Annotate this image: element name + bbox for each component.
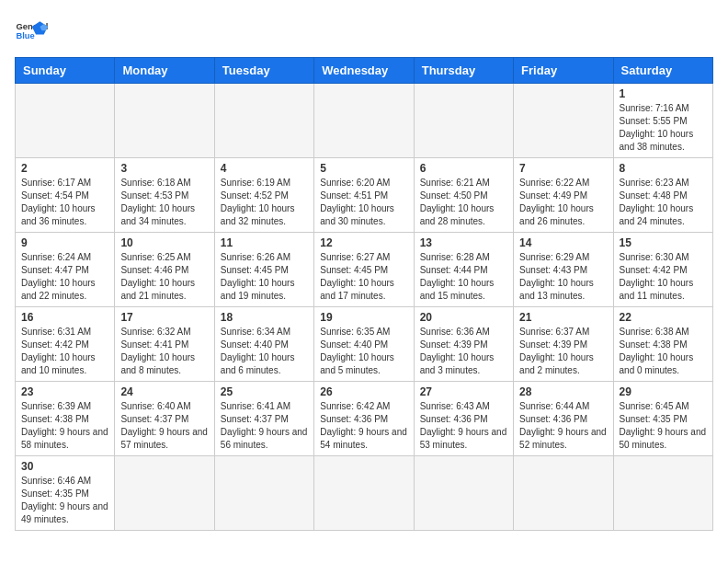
weekday-header-wednesday: Wednesday	[314, 58, 414, 84]
day-number: 5	[320, 162, 407, 175]
calendar-cell: 13Sunrise: 6:28 AMSunset: 4:44 PMDayligh…	[414, 233, 513, 307]
calendar-cell: 1Sunrise: 7:16 AMSunset: 5:55 PMDaylight…	[613, 84, 712, 158]
weekday-header-monday: Monday	[115, 58, 214, 84]
day-info: Sunrise: 6:23 AMSunset: 4:48 PMDaylight:…	[620, 177, 707, 228]
day-info: Sunrise: 6:35 AMSunset: 4:40 PMDaylight:…	[320, 326, 407, 377]
calendar-cell: 29Sunrise: 6:45 AMSunset: 4:35 PMDayligh…	[613, 382, 712, 456]
day-info: Sunrise: 6:40 AMSunset: 4:37 PMDaylight:…	[120, 400, 208, 452]
day-info: Sunrise: 6:36 AMSunset: 4:39 PMDaylight:…	[420, 326, 507, 377]
calendar-cell: 24Sunrise: 6:40 AMSunset: 4:37 PMDayligh…	[115, 382, 214, 456]
day-number: 15	[620, 236, 707, 249]
weekday-header-sunday: Sunday	[16, 58, 115, 84]
calendar-week-3: 16Sunrise: 6:31 AMSunset: 4:42 PMDayligh…	[16, 307, 713, 382]
day-info: Sunrise: 6:37 AMSunset: 4:39 PMDaylight:…	[519, 326, 607, 377]
day-number: 6	[420, 162, 507, 175]
day-number: 30	[21, 460, 108, 473]
day-info: Sunrise: 6:27 AMSunset: 4:45 PMDaylight:…	[320, 251, 407, 303]
day-info: Sunrise: 6:41 AMSunset: 4:37 PMDaylight:…	[221, 400, 308, 452]
calendar-cell: 18Sunrise: 6:34 AMSunset: 4:40 PMDayligh…	[214, 307, 313, 382]
day-info: Sunrise: 6:34 AMSunset: 4:40 PMDaylight:…	[221, 326, 308, 377]
day-info: Sunrise: 6:43 AMSunset: 4:36 PMDaylight:…	[420, 400, 507, 452]
day-number: 3	[120, 162, 208, 175]
day-info: Sunrise: 6:38 AMSunset: 4:38 PMDaylight:…	[620, 326, 707, 377]
day-info: Sunrise: 6:45 AMSunset: 4:35 PMDaylight:…	[620, 400, 707, 452]
calendar-cell	[314, 84, 414, 158]
calendar-week-4: 23Sunrise: 6:39 AMSunset: 4:38 PMDayligh…	[16, 382, 713, 456]
day-info: Sunrise: 6:21 AMSunset: 4:50 PMDaylight:…	[420, 177, 507, 228]
day-info: Sunrise: 6:28 AMSunset: 4:44 PMDaylight:…	[420, 251, 507, 303]
calendar-cell	[414, 456, 513, 531]
weekday-header-tuesday: Tuesday	[214, 58, 313, 84]
day-info: Sunrise: 6:22 AMSunset: 4:49 PMDaylight:…	[519, 177, 607, 228]
calendar-cell	[115, 456, 214, 531]
day-info: Sunrise: 6:18 AMSunset: 4:53 PMDaylight:…	[120, 177, 208, 228]
day-number: 16	[21, 311, 108, 324]
calendar-week-1: 2Sunrise: 6:17 AMSunset: 4:54 PMDaylight…	[16, 158, 713, 233]
day-number: 25	[221, 385, 308, 398]
day-info: Sunrise: 6:19 AMSunset: 4:52 PMDaylight:…	[221, 177, 308, 228]
calendar-cell	[514, 84, 613, 158]
day-number: 19	[320, 311, 407, 324]
calendar-cell: 4Sunrise: 6:19 AMSunset: 4:52 PMDaylight…	[214, 158, 313, 233]
calendar-cell: 17Sunrise: 6:32 AMSunset: 4:41 PMDayligh…	[115, 307, 214, 382]
day-info: Sunrise: 6:39 AMSunset: 4:38 PMDaylight:…	[21, 400, 108, 452]
calendar-cell	[414, 84, 513, 158]
calendar-cell: 20Sunrise: 6:36 AMSunset: 4:39 PMDayligh…	[414, 307, 513, 382]
calendar-cell: 27Sunrise: 6:43 AMSunset: 4:36 PMDayligh…	[414, 382, 513, 456]
weekday-header-row: SundayMondayTuesdayWednesdayThursdayFrid…	[16, 58, 713, 84]
day-info: Sunrise: 6:29 AMSunset: 4:43 PMDaylight:…	[519, 251, 607, 303]
calendar-cell: 26Sunrise: 6:42 AMSunset: 4:36 PMDayligh…	[314, 382, 414, 456]
weekday-header-friday: Friday	[514, 58, 613, 84]
calendar-cell	[214, 456, 313, 531]
day-info: Sunrise: 6:24 AMSunset: 4:47 PMDaylight:…	[21, 251, 108, 303]
calendar-cell: 25Sunrise: 6:41 AMSunset: 4:37 PMDayligh…	[214, 382, 313, 456]
logo-icon: General Blue	[15, 15, 48, 48]
calendar-cell: 9Sunrise: 6:24 AMSunset: 4:47 PMDaylight…	[16, 233, 115, 307]
day-info: Sunrise: 6:46 AMSunset: 4:35 PMDaylight:…	[21, 475, 108, 526]
weekday-header-saturday: Saturday	[613, 58, 712, 84]
calendar-cell	[613, 456, 712, 531]
day-number: 9	[21, 236, 108, 249]
day-number: 21	[519, 311, 607, 324]
day-info: Sunrise: 6:32 AMSunset: 4:41 PMDaylight:…	[120, 326, 208, 377]
day-info: Sunrise: 6:20 AMSunset: 4:51 PMDaylight:…	[320, 177, 407, 228]
day-number: 20	[420, 311, 507, 324]
calendar-cell: 2Sunrise: 6:17 AMSunset: 4:54 PMDaylight…	[16, 158, 115, 233]
day-number: 1	[620, 87, 707, 100]
day-number: 18	[221, 311, 308, 324]
day-number: 8	[620, 162, 707, 175]
calendar-week-0: 1Sunrise: 7:16 AMSunset: 5:55 PMDaylight…	[16, 84, 713, 158]
calendar-cell: 11Sunrise: 6:26 AMSunset: 4:45 PMDayligh…	[214, 233, 313, 307]
calendar-cell: 22Sunrise: 6:38 AMSunset: 4:38 PMDayligh…	[613, 307, 712, 382]
day-number: 12	[320, 236, 407, 249]
day-number: 4	[221, 162, 308, 175]
day-number: 2	[21, 162, 108, 175]
calendar-cell: 3Sunrise: 6:18 AMSunset: 4:53 PMDaylight…	[115, 158, 214, 233]
calendar-cell	[16, 84, 115, 158]
day-number: 17	[120, 311, 208, 324]
day-number: 27	[420, 385, 507, 398]
day-number: 28	[519, 385, 607, 398]
calendar-cell: 10Sunrise: 6:25 AMSunset: 4:46 PMDayligh…	[115, 233, 214, 307]
calendar-table: SundayMondayTuesdayWednesdayThursdayFrid…	[15, 57, 713, 531]
calendar-cell: 8Sunrise: 6:23 AMSunset: 4:48 PMDaylight…	[613, 158, 712, 233]
weekday-header-thursday: Thursday	[414, 58, 513, 84]
calendar-cell: 28Sunrise: 6:44 AMSunset: 4:36 PMDayligh…	[514, 382, 613, 456]
day-info: Sunrise: 6:30 AMSunset: 4:42 PMDaylight:…	[620, 251, 707, 303]
calendar-cell	[314, 456, 414, 531]
calendar-cell	[115, 84, 214, 158]
day-number: 26	[320, 385, 407, 398]
day-info: Sunrise: 6:31 AMSunset: 4:42 PMDaylight:…	[21, 326, 108, 377]
day-info: Sunrise: 6:17 AMSunset: 4:54 PMDaylight:…	[21, 177, 108, 228]
day-number: 13	[420, 236, 507, 249]
calendar-cell: 16Sunrise: 6:31 AMSunset: 4:42 PMDayligh…	[16, 307, 115, 382]
day-number: 10	[120, 236, 208, 249]
day-number: 23	[21, 385, 108, 398]
day-number: 29	[620, 385, 707, 398]
day-number: 24	[120, 385, 208, 398]
day-info: Sunrise: 7:16 AMSunset: 5:55 PMDaylight:…	[620, 102, 707, 154]
calendar-cell: 12Sunrise: 6:27 AMSunset: 4:45 PMDayligh…	[314, 233, 414, 307]
day-info: Sunrise: 6:44 AMSunset: 4:36 PMDaylight:…	[519, 400, 607, 452]
calendar-cell	[214, 84, 313, 158]
calendar-cell: 6Sunrise: 6:21 AMSunset: 4:50 PMDaylight…	[414, 158, 513, 233]
